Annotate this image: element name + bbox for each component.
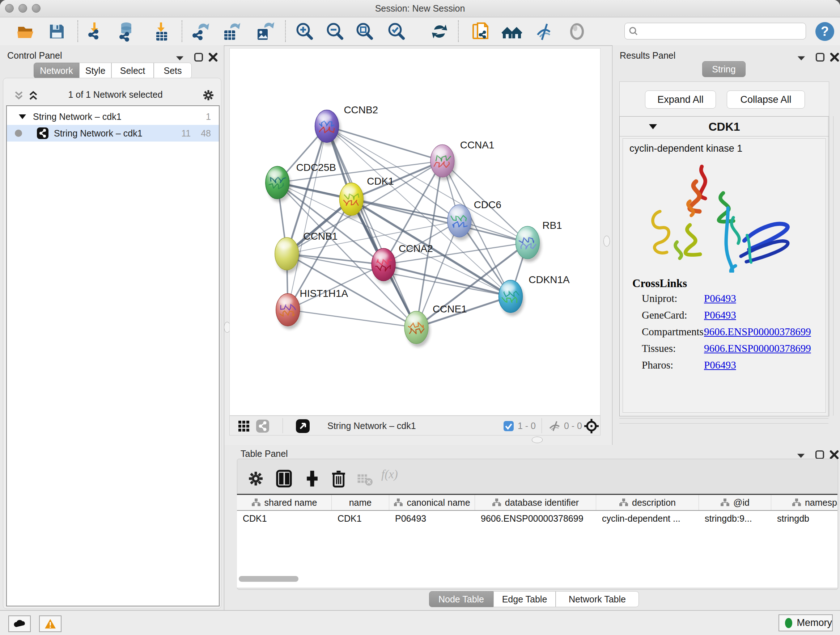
show-columns-icon[interactable] (276, 469, 292, 488)
horizontal-scrollbar[interactable] (619, 418, 829, 418)
refresh-view-icon[interactable] (429, 21, 450, 42)
table-body: CDK1CDK1P064939606.ENSP00000378699cyclin… (237, 511, 837, 527)
zoom-selected-icon[interactable] (386, 21, 407, 42)
tree-expander-icon[interactable] (18, 112, 27, 120)
gene-section-header[interactable]: CDK1 (620, 117, 829, 136)
vertical-scrollbar[interactable] (828, 116, 829, 416)
tab-sets[interactable]: Sets (154, 63, 192, 79)
network-node-RB1[interactable]: RB1 (515, 220, 562, 262)
column-header-canonical-name[interactable]: canonical name (389, 495, 475, 510)
add-column-icon[interactable] (304, 469, 321, 488)
crosslink-value-link[interactable]: 9606.ENSP00000378699 (704, 342, 811, 355)
horizontal-scrollbar[interactable] (619, 423, 829, 424)
hide-selection-icon[interactable] (534, 21, 555, 42)
tab-style[interactable]: Style (79, 63, 111, 79)
column-header-description[interactable]: description (596, 495, 699, 510)
table-cell[interactable]: CDK1 (237, 511, 332, 527)
collapse-all-icon[interactable] (13, 90, 24, 101)
save-session-icon[interactable] (46, 21, 67, 42)
memory-button[interactable]: Memory (778, 614, 833, 631)
search-icon (628, 26, 638, 36)
panel-menu-icon[interactable] (174, 52, 186, 63)
network-collection-row[interactable]: String Network – cdk1 1 (7, 108, 219, 125)
detach-view-icon[interactable] (295, 419, 310, 433)
network-edge[interactable] (327, 126, 442, 161)
close-panel-icon[interactable] (829, 52, 840, 63)
network-node-CDC25B[interactable]: CDC25B (265, 162, 336, 202)
tab-network-table[interactable]: Network Table (556, 591, 639, 607)
close-panel-icon[interactable] (207, 52, 219, 63)
tab-edge-table[interactable]: Edge Table (493, 591, 556, 607)
search-input[interactable] (624, 23, 806, 40)
selected-checkbox-icon[interactable] (503, 421, 514, 432)
table-cell[interactable]: P06493 (389, 511, 475, 527)
splitter-handle[interactable] (603, 236, 610, 247)
share-view-icon[interactable] (256, 419, 270, 433)
network-canvas[interactable]: CCNB2CCNA1CDC25BCDK1CDC6RB1CCNB1CCNA2CDK… (229, 48, 600, 416)
zoom-out-icon[interactable] (324, 21, 345, 42)
float-panel-icon[interactable] (814, 52, 826, 63)
warning-status-button[interactable] (39, 616, 62, 632)
table-row[interactable]: CDK1CDK1P064939606.ENSP00000378699cyclin… (237, 511, 837, 527)
expand-all-button[interactable]: Expand All (645, 90, 716, 109)
network-node-CCNA1[interactable]: CCNA1 (431, 139, 494, 180)
splitter-handle[interactable] (532, 437, 543, 443)
network-edge[interactable] (327, 126, 527, 242)
show-all-icon[interactable] (567, 21, 587, 42)
import-table-icon[interactable] (151, 21, 172, 42)
network-edge[interactable] (288, 310, 416, 328)
network-node-CCNE1[interactable]: CCNE1 (404, 303, 467, 347)
birds-eye-view-icon[interactable] (584, 418, 600, 434)
tab-string[interactable]: String (702, 61, 745, 77)
gear-icon[interactable] (202, 89, 215, 101)
table-cell[interactable]: 9606.ENSP00000378699 (475, 511, 596, 527)
crosslink-value-link[interactable]: 9606.ENSP00000378699 (704, 326, 811, 338)
cloud-status-button[interactable] (8, 616, 31, 632)
network-node-HIST1H1A[interactable]: HIST1H1A (276, 288, 348, 329)
open-session-icon[interactable] (15, 21, 36, 42)
table-cell[interactable]: CDK1 (332, 511, 389, 527)
help-icon[interactable]: ? (814, 21, 835, 42)
network-view-dot-icon (15, 130, 22, 137)
grid-view-icon[interactable] (238, 420, 250, 432)
import-network-database-icon[interactable] (116, 21, 137, 42)
zoom-in-icon[interactable] (294, 21, 315, 42)
table-cell[interactable]: stringdb:9... (699, 511, 771, 527)
tab-node-table[interactable]: Node Table (429, 591, 493, 607)
expand-all-icon[interactable] (28, 90, 39, 101)
column-header-shared-name[interactable]: shared name (237, 495, 332, 510)
table-cell[interactable]: cyclin-dependent ... (596, 511, 699, 527)
column-header-database-identifier[interactable]: database identifier (475, 495, 596, 510)
vertical-scrollbar[interactable] (833, 116, 834, 416)
network-node-CDK1[interactable]: CDK1 (339, 176, 393, 219)
tab-network[interactable]: Network (34, 63, 79, 79)
panel-menu-icon[interactable] (795, 52, 807, 63)
table-gear-icon[interactable] (248, 469, 264, 488)
crosslink-value-link[interactable]: P06493 (704, 293, 736, 304)
import-network-file-icon[interactable] (85, 21, 106, 42)
column-header-namespace[interactable]: namespace (771, 495, 837, 510)
tab-select[interactable]: Select (111, 63, 154, 79)
delete-column-icon[interactable] (331, 469, 347, 488)
network-node-CDKN1A[interactable]: CDKN1A (499, 274, 570, 316)
network-edge[interactable] (288, 264, 384, 310)
protein-structure-image (634, 160, 804, 272)
crosslink-value-link[interactable]: P06493 (704, 309, 736, 321)
column-header-name[interactable]: name (332, 495, 389, 510)
table-header-row[interactable]: shared namenamecanonical namedatabase id… (237, 495, 837, 511)
table-hscroll-thumb[interactable] (239, 576, 298, 582)
new-network-from-selection-icon[interactable] (470, 21, 491, 42)
export-table-icon[interactable] (220, 21, 241, 42)
first-neighbors-icon[interactable] (501, 21, 523, 42)
hidden-eye-icon (548, 420, 561, 432)
crosslink-value-link[interactable]: P06493 (704, 359, 736, 371)
network-row-selected[interactable]: String Network – cdk1 11 48 (7, 125, 219, 141)
export-image-icon[interactable] (253, 21, 274, 42)
table-cell[interactable]: stringdb (771, 511, 837, 527)
export-network-icon[interactable] (189, 21, 210, 42)
column-header--id[interactable]: @id (699, 495, 771, 510)
float-panel-icon[interactable] (193, 52, 205, 63)
zoom-fit-icon[interactable] (354, 21, 375, 42)
collapse-all-button[interactable]: Collapse All (727, 90, 805, 109)
network-edge[interactable] (288, 126, 327, 310)
